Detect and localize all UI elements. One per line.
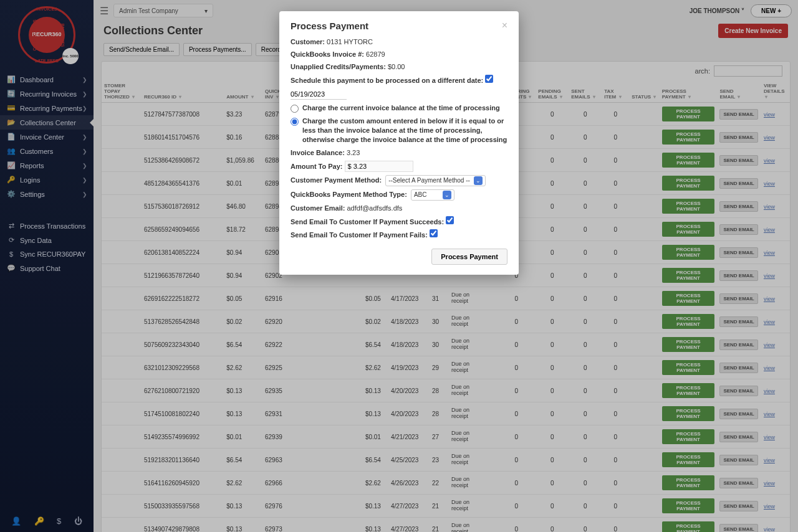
email-fail-checkbox[interactable] <box>430 229 438 237</box>
close-icon[interactable]: × <box>502 20 507 31</box>
charge-custom-radio[interactable] <box>291 118 299 126</box>
modal-overlay: Process Payment × Customer: 0131 HYTORC … <box>0 0 798 532</box>
customer-label: Customer: <box>291 38 325 45</box>
email-success-label: Send Email To Customer If Payment Succee… <box>291 218 444 226</box>
charge-custom-label: Charge the custom amount entered in belo… <box>302 116 507 145</box>
schedule-label: Schedule this payment to be processed on… <box>291 77 483 84</box>
invoice-balance-label: Invoice Balance: <box>291 149 345 156</box>
qb-invoice-value: 62879 <box>366 50 385 58</box>
pay-method-label: Customer Payment Method: <box>291 176 382 184</box>
unapplied-value: $0.00 <box>388 63 405 70</box>
pay-method-select[interactable]: --Select A Payment Method --⌄ <box>385 175 486 186</box>
chevron-down-icon: ⌄ <box>474 176 483 185</box>
cust-email-label: Customer Email: <box>291 204 345 212</box>
amount-to-pay-input[interactable] <box>345 161 413 172</box>
schedule-date-input[interactable] <box>291 89 347 100</box>
charge-current-label: Charge the current invoice balance at th… <box>302 103 500 113</box>
unapplied-label: Unapplied Credits/Payments: <box>291 63 386 70</box>
email-fail-label: Send Email To Customer If Payment Fails: <box>291 231 428 239</box>
process-payment-button[interactable]: Process Payment <box>431 249 507 265</box>
schedule-checkbox[interactable] <box>485 75 493 83</box>
invoice-balance-value: 3.23 <box>347 149 360 156</box>
charge-current-radio[interactable] <box>291 105 299 113</box>
qb-type-label: QuickBooks Payment Method Type: <box>291 191 407 198</box>
process-payment-modal: Process Payment × Customer: 0131 HYTORC … <box>279 11 519 275</box>
modal-title: Process Payment <box>291 21 368 31</box>
qb-type-select[interactable]: ABC⌄ <box>411 189 454 201</box>
chevron-down-icon: ⌄ <box>443 191 451 199</box>
amount-to-pay-label: Amount To Pay: <box>291 163 343 170</box>
qb-invoice-label: QuickBooks Invoice #: <box>291 50 364 58</box>
customer-value: 0131 HYTORC <box>327 38 373 45</box>
email-success-checkbox[interactable] <box>446 216 454 224</box>
cust-email-value: adfdf@adfsdfs.dfs <box>347 204 402 212</box>
